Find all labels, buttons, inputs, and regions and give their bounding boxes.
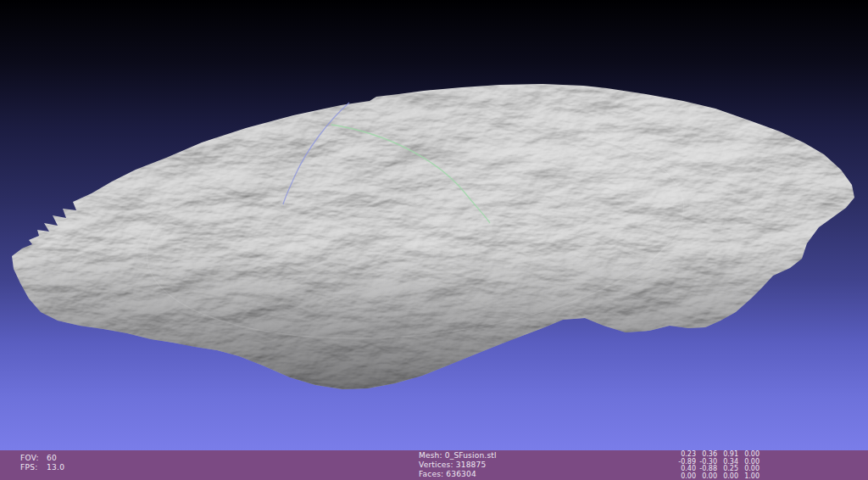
transform-matrix: 0.23 0.36 0.91 0.00 -0.89 -0.30 0.34 0.0… (675, 451, 760, 480)
mesh-name-text: Mesh: 0_SFusion.stl (419, 451, 497, 460)
meshlab-window: FOV: 60 FPS: 13.0 Mesh: 0_SFusion.stl Ve… (0, 0, 868, 480)
status-bar: FOV: 60 FPS: 13.0 Mesh: 0_SFusion.stl Ve… (0, 450, 868, 480)
fps-value: 13.0 (47, 463, 64, 472)
fov-row: FOV: 60 (20, 454, 64, 463)
fps-row: FPS: 13.0 (20, 463, 64, 472)
fov-label: FOV: (20, 454, 47, 463)
mesh-info: Mesh: 0_SFusion.stl Vertices: 318875 Fac… (419, 451, 497, 479)
fps-label: FPS: (20, 463, 47, 472)
vertex-count-text: Vertices: 318875 (419, 460, 497, 470)
3d-viewport[interactable] (0, 0, 868, 450)
fov-value: 60 (47, 454, 57, 463)
matrix-cell: 0.00 (675, 473, 696, 480)
camera-info: FOV: 60 FPS: 13.0 (20, 454, 64, 472)
front-edge-shadow (0, 246, 868, 394)
face-count-text: Faces: 636304 (419, 470, 497, 479)
mesh-canvas (0, 0, 868, 450)
matrix-cell: 1.00 (738, 473, 760, 480)
matrix-cell: 0.00 (717, 473, 738, 480)
matrix-cell: 0.00 (696, 473, 717, 480)
